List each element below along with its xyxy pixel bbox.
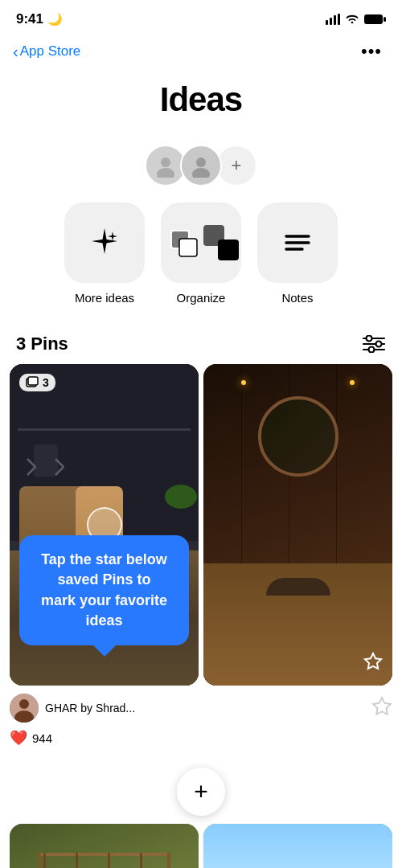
- header-section: Ideas: [0, 74, 402, 145]
- filter-icon: [362, 335, 386, 353]
- likes-row: ❤️ 944: [0, 727, 402, 760]
- status-time: 9:41: [16, 11, 43, 27]
- more-ideas-label: More ideas: [75, 291, 134, 305]
- svg-point-21: [376, 342, 382, 347]
- organize-icon: [163, 223, 203, 263]
- notes-icon: [280, 225, 315, 260]
- pin-card-colorful[interactable]: [203, 824, 392, 868]
- svg-point-8: [196, 158, 206, 167]
- second-row-pins: [0, 824, 402, 868]
- svg-rect-2: [334, 15, 336, 25]
- pins-count: 3 Pins: [16, 334, 68, 354]
- pin-card-outdoor[interactable]: [10, 824, 199, 868]
- heart-icon: ❤️: [10, 729, 27, 747]
- more-ideas-icon-container: [64, 203, 145, 283]
- moon-icon: 🌙: [47, 12, 63, 27]
- svg-point-6: [161, 158, 170, 167]
- svg-point-7: [157, 168, 174, 178]
- pin-card-right[interactable]: [203, 364, 392, 686]
- back-chevron-icon: ‹: [13, 43, 18, 61]
- right-star-button[interactable]: [371, 696, 392, 720]
- filter-button[interactable]: [362, 335, 386, 353]
- stack-count: 3: [43, 376, 49, 389]
- organize-label: Organize: [177, 291, 226, 305]
- pin-meta-row: GHAR by Shrad...: [0, 686, 402, 727]
- tooltip-text: Tap the star below saved Pins to mark yo…: [41, 551, 167, 628]
- svg-marker-30: [373, 698, 391, 714]
- tooltip-arrow: [93, 645, 116, 657]
- right-star-icon: [371, 696, 392, 717]
- app-store-label[interactable]: App Store: [20, 43, 81, 59]
- svg-rect-25: [28, 377, 38, 385]
- back-area[interactable]: ‹ App Store: [13, 43, 80, 61]
- notes-icon-container: [257, 203, 338, 283]
- stack-icon: [26, 376, 39, 389]
- notes-button[interactable]: Notes: [257, 203, 338, 305]
- ellipsis-icon: •••: [361, 41, 382, 62]
- organize-button[interactable]: Organize: [161, 203, 241, 305]
- svg-point-19: [367, 336, 372, 342]
- status-bar: 9:41 🌙: [0, 0, 402, 35]
- notes-label: Notes: [281, 291, 313, 305]
- pin-author[interactable]: GHAR by Shrad...: [10, 694, 135, 723]
- svg-rect-3: [338, 14, 340, 25]
- wifi-icon: [345, 14, 359, 25]
- stack-badge: 3: [19, 374, 55, 391]
- avatar-2: [180, 145, 222, 186]
- star-icon: [363, 652, 383, 671]
- pins-header: 3 Pins: [0, 321, 402, 364]
- svg-rect-5: [384, 17, 386, 22]
- page-title: Ideas: [16, 80, 386, 119]
- svg-rect-1: [330, 18, 332, 25]
- svg-marker-26: [365, 653, 381, 669]
- author-avatar: [10, 694, 39, 723]
- pin-card-left[interactable]: 3 Tap the star below saved Pins to mark …: [10, 364, 199, 686]
- add-button[interactable]: +: [177, 768, 225, 816]
- sparkle-icon: [85, 223, 124, 262]
- pin-favorite-star[interactable]: [363, 652, 383, 676]
- action-buttons-row: More ideas Organize: [0, 203, 402, 321]
- battery-icon: [364, 14, 386, 25]
- svg-point-23: [369, 347, 375, 353]
- more-options-button[interactable]: •••: [357, 37, 386, 66]
- top-nav: ‹ App Store •••: [0, 35, 402, 74]
- add-icon: +: [194, 778, 208, 805]
- status-icons: [326, 14, 386, 25]
- svg-point-9: [192, 168, 210, 178]
- svg-rect-4: [364, 14, 383, 24]
- collaborators-row: +: [0, 145, 402, 186]
- pins-grid: 3 Tap the star below saved Pins to mark …: [0, 364, 402, 686]
- fab-container: +: [0, 768, 402, 816]
- signal-icon: [326, 14, 340, 25]
- svg-rect-0: [326, 20, 328, 25]
- author-name: GHAR by Shrad...: [45, 702, 135, 714]
- more-ideas-button[interactable]: More ideas: [64, 203, 145, 305]
- organize-icon-container: [161, 203, 241, 283]
- likes-count: 944: [32, 731, 52, 745]
- pin-image-right: [203, 364, 392, 686]
- svg-point-28: [19, 699, 29, 709]
- tooltip-overlay: Tap the star below saved Pins to mark yo…: [19, 535, 189, 645]
- svg-rect-13: [179, 239, 197, 256]
